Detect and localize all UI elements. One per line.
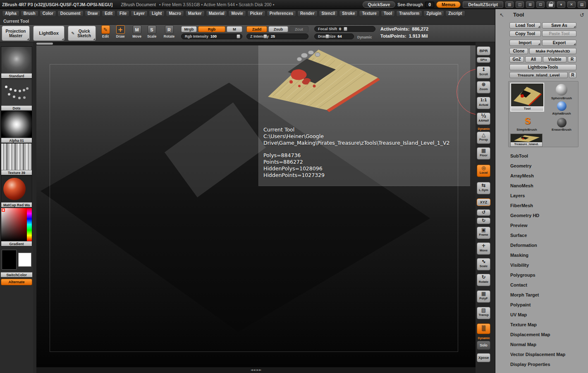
scrollbar-handle[interactable] (36, 43, 53, 45)
section-vector-displacement-map[interactable]: Vector Displacement Map (510, 352, 565, 357)
menu-zscript[interactable]: Zscript (445, 10, 465, 17)
goz-visible-button[interactable]: Visible (543, 56, 566, 62)
zoom-button[interactable]: ⊕Zoom (477, 81, 490, 93)
scale-3d-button[interactable]: ↔Scale (477, 258, 490, 270)
menu-layer[interactable]: Layer (131, 10, 148, 17)
focal-shift-handle[interactable] (344, 27, 347, 31)
spix-button[interactable]: SPix (477, 57, 490, 63)
section-normal-map[interactable]: Normal Map (510, 342, 536, 347)
palette-refresh-icon[interactable]: ↺ (580, 12, 584, 18)
move-mode-button[interactable]: M Move (131, 25, 143, 38)
rgb-intensity-handle[interactable] (237, 34, 240, 38)
window-close-icon[interactable]: ✕ (567, 1, 576, 8)
menu-movie[interactable]: Movie (228, 10, 246, 17)
goz-r-button[interactable]: R (568, 56, 576, 62)
alphabrush-thumbnail[interactable] (557, 101, 566, 111)
zadd-button[interactable]: Zadd (246, 26, 267, 32)
simplebrush-thumbnail[interactable]: S (523, 116, 533, 126)
focal-shift-slider[interactable]: Focal Shift0 (314, 26, 375, 32)
draw-mode-button[interactable]: + Draw (114, 25, 127, 38)
ghost-button[interactable]: ▒ (477, 323, 490, 334)
xpose-button[interactable]: Xpose (477, 353, 490, 362)
section-geometry[interactable]: Geometry (510, 163, 531, 168)
lsym-button[interactable]: ⇆L.Sym (477, 182, 490, 194)
actual-button[interactable]: 1:1Actual (477, 97, 490, 109)
treasure-island-thumbnail[interactable]: Treasure_Island. (510, 134, 543, 147)
current-texture-thumbnail[interactable]: Texture 39 (1, 143, 32, 175)
current-tool-name[interactable]: Treasure_Island_Level (509, 72, 568, 78)
saturation-square[interactable] (1, 208, 27, 241)
local-button[interactable]: ◎Local (477, 165, 490, 177)
secondary-color-swatch[interactable] (18, 253, 31, 267)
import-button[interactable]: Import (509, 40, 541, 46)
spin-right-button[interactable]: ↻ (477, 218, 490, 224)
quick-sketch-button[interactable]: ✎ Quick Sketch (68, 26, 96, 41)
rgb-button[interactable]: Rgb (198, 26, 225, 32)
copy-tool-button[interactable]: Copy Tool (509, 31, 541, 37)
canvas-bottom-scrollbar[interactable]: ◄◄ ►► (36, 367, 476, 373)
menu-alpha[interactable]: Alpha (2, 10, 19, 17)
menu-zplugin[interactable]: Zplugin (423, 10, 444, 17)
dynamic-solo-label[interactable]: Dynamic (476, 337, 492, 340)
section-fibermesh[interactable]: FiberMesh (510, 203, 533, 208)
section-displacement-map[interactable]: Displacement Map (510, 332, 550, 337)
solo-button[interactable]: Solo (477, 341, 490, 350)
z-intensity-slider[interactable]: Z Intensity25 (246, 33, 308, 39)
menu-draw[interactable]: Draw (85, 10, 100, 17)
menu-tool[interactable]: Tool (381, 10, 395, 17)
scale-mode-button[interactable]: S Scale (146, 25, 158, 38)
export-button[interactable]: Export (542, 40, 576, 46)
section-polygroups[interactable]: Polygroups (510, 273, 535, 277)
m-button[interactable]: M (227, 26, 242, 32)
ui-columns-icon[interactable]: ◫ (516, 1, 524, 8)
move-3d-button[interactable]: +Move (477, 242, 490, 255)
spherebrush-thumbnail[interactable] (556, 84, 567, 96)
menu-color[interactable]: Color (40, 10, 56, 17)
alternate-button[interactable]: Alternate (1, 279, 32, 285)
lightbox-button[interactable]: LightBox (33, 26, 65, 41)
canvas-top-scrollbar[interactable] (36, 42, 476, 45)
rotate-mode-button[interactable]: R Rotate (163, 25, 175, 38)
clone-button[interactable]: Clone (509, 48, 528, 54)
paste-tool-button[interactable]: Paste Tool (542, 31, 576, 37)
tool-name-r-button[interactable]: R (569, 72, 576, 78)
section-subtool[interactable]: SubTool (510, 153, 528, 158)
current-stroke-thumbnail[interactable]: Dots (1, 79, 32, 111)
menu-preferences[interactable]: Preferences (267, 10, 296, 17)
menu-marker[interactable]: Marker (185, 10, 205, 17)
section-surface[interactable]: Surface (510, 233, 527, 238)
aahalf-button[interactable]: ½AAHalf (477, 112, 490, 125)
section-uv-map[interactable]: UV Map (510, 312, 527, 317)
menu-macro[interactable]: Macro (166, 10, 184, 17)
goz-all-button[interactable]: All (525, 56, 542, 62)
make-polymesh3d-button[interactable]: Make PolyMesh3D (529, 48, 576, 54)
see-through-slider[interactable]: 0 (425, 2, 434, 7)
save-as-button[interactable]: Save As (542, 22, 576, 29)
ui-bars-icon[interactable]: ▥ (505, 1, 514, 8)
menu-texture[interactable]: Texture (359, 10, 379, 17)
zsub-button[interactable]: Zsub (268, 26, 288, 32)
window-collapse-icon[interactable]: ▾ (557, 1, 565, 8)
section-arraymesh[interactable]: ArrayMesh (510, 173, 534, 178)
menu-edit[interactable]: Edit (102, 10, 115, 17)
section-nanomesh[interactable]: NanoMesh (510, 183, 533, 188)
current-material-thumbnail[interactable]: MatCap Red Wa (1, 175, 32, 208)
section-preview[interactable]: Preview (510, 223, 528, 228)
section-texture-map[interactable]: Texture Map (510, 322, 537, 327)
mrgb-button[interactable]: Mrgb (181, 26, 197, 32)
document-canvas[interactable]: Current Tool C:\Users\Heiner\Google Driv… (36, 45, 476, 367)
menu-picker[interactable]: Picker (247, 10, 265, 17)
lightbox-tools-button[interactable]: Lightbox▸Tools (509, 64, 576, 70)
dynamic-persp-label[interactable]: Dynamic (476, 127, 492, 130)
section-geometry-hd[interactable]: Geometry HD (510, 213, 539, 218)
default-zscript-button[interactable]: DefaultZScript (463, 1, 503, 8)
quicksave-button[interactable]: QuickSave (363, 1, 396, 8)
section-display-properties[interactable]: Display Properties (510, 362, 550, 367)
lock-icon[interactable] (547, 1, 555, 8)
switch-color-button[interactable]: SwitchColor (1, 272, 32, 277)
transp-button[interactable]: ▨Transp (477, 307, 490, 319)
draw-size-slider[interactable]: Draw Size64 (314, 33, 354, 39)
bpr-button[interactable]: BPR (477, 46, 490, 55)
scroll-arrows[interactable]: ◄◄ ►► (250, 368, 261, 372)
current-brush-thumbnail[interactable]: Standard (1, 46, 32, 79)
